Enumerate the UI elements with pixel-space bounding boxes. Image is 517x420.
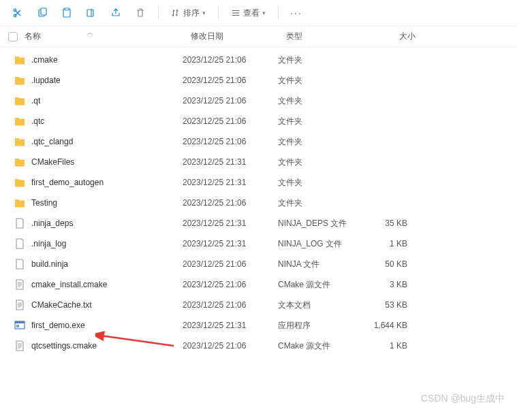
file-date: 2023/12/25 21:06 bbox=[183, 116, 278, 126]
file-size: 35 KB bbox=[353, 219, 407, 228]
file-row[interactable]: Testing2023/12/25 21:06文件夹 bbox=[0, 193, 517, 213]
file-name: first_demo_autogen bbox=[31, 178, 183, 187]
file-date: 2023/12/25 21:06 bbox=[183, 55, 278, 65]
file-size: 1,644 KB bbox=[353, 321, 407, 330]
file-type: NINJA 文件 bbox=[278, 259, 353, 270]
svg-rect-8 bbox=[15, 321, 25, 323]
file-size: 50 KB bbox=[353, 259, 407, 269]
select-all-checkbox[interactable] bbox=[8, 32, 18, 42]
file-date: 2023/12/25 21:31 bbox=[183, 178, 278, 187]
copy-button[interactable] bbox=[31, 3, 53, 22]
file-row[interactable]: cmake_install.cmake2023/12/25 21:06CMake… bbox=[0, 274, 517, 295]
column-size-header[interactable]: 大小 bbox=[361, 31, 416, 42]
sort-icon bbox=[171, 8, 181, 18]
file-date: 2023/12/25 21:06 bbox=[183, 96, 278, 106]
doc-icon bbox=[14, 258, 26, 270]
more-button[interactable]: ··· bbox=[285, 3, 307, 22]
file-date: 2023/12/25 21:06 bbox=[183, 76, 278, 85]
file-row[interactable]: first_demo_autogen2023/12/25 21:31文件夹 bbox=[0, 172, 517, 193]
file-date: 2023/12/25 21:06 bbox=[183, 341, 278, 351]
exe-icon bbox=[14, 319, 26, 332]
file-type: 文件夹 bbox=[278, 75, 353, 86]
file-row[interactable]: .ninja_log2023/12/25 21:31NINJA_LOG 文件1 … bbox=[0, 233, 517, 254]
separator bbox=[218, 6, 219, 20]
view-dropdown[interactable]: 查看 ▾ bbox=[225, 5, 271, 22]
separator bbox=[158, 6, 159, 20]
file-name: .qt bbox=[31, 96, 183, 106]
svg-rect-5 bbox=[65, 8, 69, 10]
file-type: 文件夹 bbox=[278, 177, 353, 189]
file-type: 文件夹 bbox=[278, 116, 353, 127]
chevron-down-icon: ▾ bbox=[262, 10, 266, 16]
lines-icon bbox=[14, 299, 26, 311]
file-row[interactable]: CMakeCache.txt2023/12/25 21:06文本文档53 KB bbox=[0, 295, 517, 315]
trash-icon bbox=[135, 7, 146, 18]
folder-icon bbox=[14, 176, 26, 189]
file-name: first_demo.exe bbox=[31, 321, 183, 330]
file-type: CMake 源文件 bbox=[278, 279, 353, 291]
file-name: .ninja_log bbox=[31, 239, 183, 248]
cut-button[interactable] bbox=[7, 3, 29, 22]
file-row[interactable]: .qtc_clangd2023/12/25 21:06文件夹 bbox=[0, 131, 517, 152]
file-date: 2023/12/25 21:06 bbox=[183, 259, 278, 269]
file-row[interactable]: CMakeFiles2023/12/25 21:31文件夹 bbox=[0, 152, 517, 172]
file-type: 文本文档 bbox=[278, 300, 353, 311]
file-date: 2023/12/25 21:06 bbox=[183, 198, 278, 208]
column-name-header[interactable]: 名称 bbox=[25, 31, 191, 42]
file-row[interactable]: first_demo.exe2023/12/25 21:31应用程序1,644 … bbox=[0, 315, 517, 336]
file-row[interactable]: .cmake2023/12/25 21:06文件夹 bbox=[0, 50, 517, 70]
file-name: build.ninja bbox=[31, 259, 183, 269]
file-name: .cmake bbox=[31, 55, 183, 65]
file-size: 1 KB bbox=[353, 239, 407, 248]
sort-dropdown[interactable]: 排序 ▾ bbox=[166, 5, 211, 22]
lines-icon bbox=[14, 278, 26, 291]
doc-icon bbox=[14, 238, 26, 250]
file-size: 53 KB bbox=[353, 300, 407, 310]
file-row[interactable]: .qt2023/12/25 21:06文件夹 bbox=[0, 91, 517, 111]
file-name: qtcsettings.cmake bbox=[31, 341, 183, 351]
file-size: 1 KB bbox=[353, 341, 407, 351]
file-row[interactable]: build.ninja2023/12/25 21:06NINJA 文件50 KB bbox=[0, 254, 517, 274]
column-date-header[interactable]: 修改日期 bbox=[191, 31, 286, 42]
folder-icon bbox=[14, 197, 26, 209]
file-type: 文件夹 bbox=[278, 136, 353, 148]
doc-icon bbox=[14, 217, 26, 229]
chevron-down-icon: ▾ bbox=[202, 10, 206, 16]
file-name: CMakeFiles bbox=[31, 157, 183, 167]
folder-icon bbox=[14, 74, 26, 86]
rename-button[interactable] bbox=[80, 3, 102, 22]
file-date: 2023/12/25 21:31 bbox=[183, 157, 278, 167]
rename-icon bbox=[86, 7, 97, 18]
file-type: NINJA_LOG 文件 bbox=[278, 238, 353, 250]
file-name: .lupdate bbox=[31, 76, 183, 85]
column-headers: 名称 ︿ 修改日期 类型 大小 bbox=[0, 27, 517, 47]
watermark: CSDN @bug生成中 bbox=[421, 393, 505, 405]
file-date: 2023/12/25 21:06 bbox=[183, 137, 278, 146]
share-icon bbox=[110, 7, 121, 18]
file-date: 2023/12/25 21:06 bbox=[183, 300, 278, 310]
file-type: NINJA_DEPS 文件 bbox=[278, 218, 353, 229]
file-list: .cmake2023/12/25 21:06文件夹.lupdate2023/12… bbox=[0, 47, 517, 359]
file-type: CMake 源文件 bbox=[278, 340, 353, 352]
share-button[interactable] bbox=[105, 3, 127, 22]
delete-button[interactable] bbox=[129, 3, 151, 22]
file-name: cmake_install.cmake bbox=[31, 280, 183, 289]
file-row[interactable]: .ninja_deps2023/12/25 21:31NINJA_DEPS 文件… bbox=[0, 213, 517, 233]
file-name: .ninja_deps bbox=[31, 219, 183, 228]
folder-icon bbox=[14, 115, 26, 127]
file-row[interactable]: qtcsettings.cmake2023/12/25 21:06CMake 源… bbox=[0, 336, 517, 356]
paste-button[interactable] bbox=[56, 3, 78, 22]
file-row[interactable]: .qtc2023/12/25 21:06文件夹 bbox=[0, 111, 517, 131]
folder-icon bbox=[14, 54, 26, 66]
folder-icon bbox=[14, 95, 26, 107]
view-label: 查看 bbox=[243, 7, 260, 19]
file-name: CMakeCache.txt bbox=[31, 300, 183, 310]
list-icon bbox=[231, 8, 240, 18]
svg-rect-3 bbox=[41, 8, 46, 15]
svg-rect-9 bbox=[16, 325, 19, 327]
file-type: 应用程序 bbox=[278, 320, 353, 332]
sort-label: 排序 bbox=[183, 7, 200, 19]
file-row[interactable]: .lupdate2023/12/25 21:06文件夹 bbox=[0, 70, 517, 91]
file-name: .qtc_clangd bbox=[31, 137, 183, 146]
column-type-header[interactable]: 类型 bbox=[286, 31, 361, 42]
